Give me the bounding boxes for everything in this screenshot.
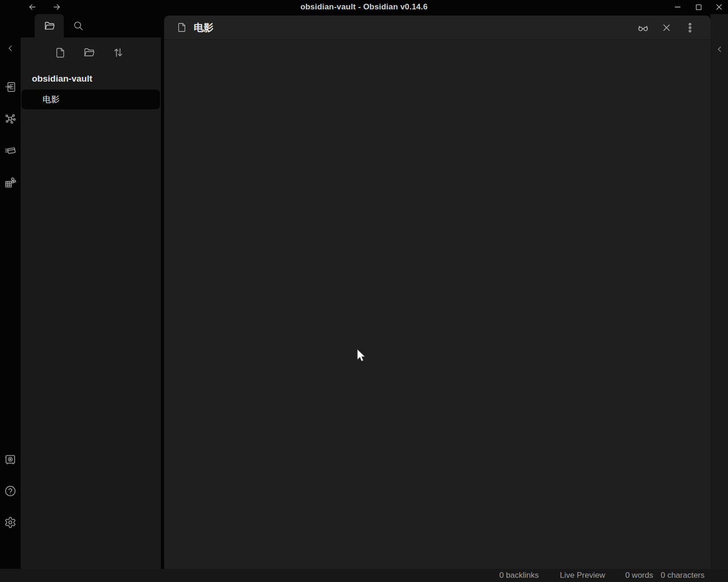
sidebar-tabs [21, 14, 161, 38]
quick-switcher-icon [5, 81, 16, 93]
command-palette-icon [4, 144, 16, 157]
sort-icon [112, 46, 124, 59]
close-icon [714, 2, 724, 12]
random-note-icon [4, 176, 16, 189]
vault-name[interactable]: obsidian-vault [21, 71, 161, 86]
file-explorer-panel: obsidian-vault 电影 [21, 38, 161, 569]
editor-header: 电影 [164, 15, 711, 40]
history-back-button[interactable] [26, 1, 38, 13]
app-body: obsidian-vault 电影 电影 [0, 14, 728, 569]
minimize-icon [673, 2, 682, 12]
sort-order-button[interactable] [110, 44, 127, 61]
file-item-label: 电影 [43, 94, 60, 105]
collapse-left-sidebar-button[interactable] [2, 40, 18, 56]
left-sidebar: obsidian-vault 电影 [21, 14, 161, 569]
open-another-vault-button[interactable] [2, 452, 18, 468]
command-palette-button[interactable] [2, 143, 18, 159]
quick-switcher-button[interactable] [2, 79, 18, 95]
titlebar: obsidian-vault - Obsidian v0.14.6 [0, 0, 728, 14]
workspace: 电影 [161, 14, 711, 569]
window-controls [671, 0, 726, 14]
graph-view-button[interactable] [2, 111, 18, 127]
settings-button[interactable] [2, 514, 18, 530]
window-title: obsidian-vault - Obsidian v0.14.6 [300, 2, 427, 12]
new-note-icon [54, 47, 66, 59]
help-button[interactable] [2, 483, 18, 499]
close-icon [661, 22, 672, 33]
arrow-left-icon [28, 2, 37, 12]
note-file-icon [176, 22, 187, 33]
backlinks-count[interactable]: 0 backlinks [499, 571, 538, 580]
explorer-toolbar [21, 38, 161, 68]
editor-header-actions [635, 19, 698, 36]
close-window-button[interactable] [712, 0, 726, 14]
file-item[interactable]: 电影 [22, 90, 160, 109]
arrow-right-icon [52, 2, 61, 12]
more-options-button[interactable] [682, 19, 698, 36]
word-count: 0 words [625, 571, 653, 580]
new-folder-button[interactable] [81, 44, 98, 61]
character-count: 0 characters [660, 571, 705, 580]
vault-icon [4, 454, 16, 466]
file-tree: obsidian-vault 电影 [21, 68, 161, 109]
new-note-button[interactable] [52, 44, 68, 61]
folder-icon [44, 20, 55, 32]
graph-view-icon [4, 113, 16, 125]
gear-icon [4, 516, 16, 529]
reading-view-toggle-button[interactable] [635, 19, 652, 36]
new-folder-icon [83, 46, 95, 59]
random-note-button[interactable] [2, 174, 18, 190]
minimize-button[interactable] [671, 0, 685, 14]
note-title: 电影 [194, 21, 213, 34]
search-icon [73, 20, 84, 31]
right-sidebar-strip [711, 14, 728, 569]
more-options-icon [684, 22, 696, 33]
tab-search[interactable] [64, 14, 93, 38]
close-pane-button[interactable] [658, 19, 675, 36]
glasses-icon [637, 22, 649, 34]
help-icon [4, 485, 16, 497]
ribbon-bottom-group [2, 452, 18, 530]
maximize-icon [694, 3, 703, 12]
editor-content[interactable] [164, 40, 711, 569]
status-bar: 0 backlinks Live Preview 0 words 0 chara… [0, 569, 728, 582]
history-nav [26, 0, 63, 14]
editor-pane: 电影 [164, 15, 711, 569]
view-mode-indicator[interactable]: Live Preview [560, 571, 605, 580]
tab-file-explorer[interactable] [35, 14, 64, 38]
ribbon-top-group [2, 79, 18, 190]
maximize-button[interactable] [691, 0, 705, 14]
chevron-left-icon [5, 43, 15, 53]
history-forward-button[interactable] [51, 1, 63, 13]
chevron-left-icon [714, 44, 725, 54]
left-ribbon [0, 14, 21, 569]
expand-right-sidebar-button[interactable] [712, 41, 728, 57]
